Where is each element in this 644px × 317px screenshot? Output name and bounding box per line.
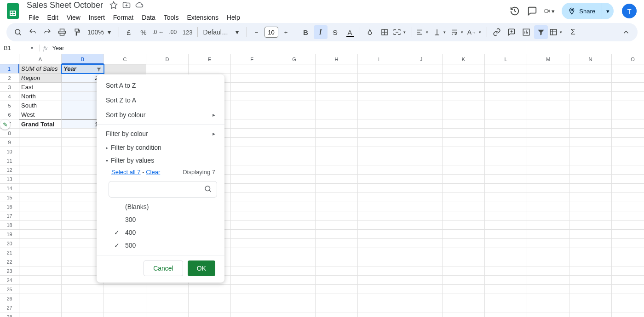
- cell[interactable]: [19, 156, 62, 165]
- column-headers[interactable]: ABCDEFGHIJKLMNO: [19, 54, 644, 64]
- cell[interactable]: [231, 110, 273, 119]
- cell[interactable]: [231, 257, 273, 266]
- select-all-link[interactable]: Select all 7: [111, 169, 141, 175]
- cell[interactable]: [527, 312, 569, 317]
- cell[interactable]: [400, 147, 443, 156]
- cell[interactable]: [19, 165, 62, 175]
- cell[interactable]: [19, 285, 62, 294]
- cell[interactable]: [527, 138, 569, 147]
- cell[interactable]: [527, 202, 569, 211]
- cell[interactable]: [316, 294, 358, 303]
- cell[interactable]: [527, 230, 569, 239]
- filter-by-colour[interactable]: Filter by colour▸: [97, 126, 224, 141]
- column-header[interactable]: A: [19, 54, 62, 64]
- cell[interactable]: [400, 74, 443, 83]
- cell[interactable]: [273, 74, 316, 83]
- cell[interactable]: [273, 285, 316, 294]
- cell[interactable]: [358, 64, 400, 74]
- cell[interactable]: [443, 211, 485, 221]
- cell[interactable]: [316, 101, 358, 110]
- row-header[interactable]: 20: [0, 239, 19, 248]
- cell[interactable]: [231, 92, 273, 101]
- cell[interactable]: [231, 294, 273, 303]
- increase-decimal-icon[interactable]: .00: [166, 25, 180, 39]
- cell[interactable]: [273, 230, 316, 239]
- cell[interactable]: [569, 239, 612, 248]
- cell[interactable]: [400, 312, 443, 317]
- cell[interactable]: [358, 184, 400, 193]
- cell[interactable]: West: [19, 110, 62, 119]
- cell[interactable]: [358, 92, 400, 101]
- cell[interactable]: [104, 312, 146, 317]
- cell[interactable]: [400, 138, 443, 147]
- cancel-button[interactable]: Cancel: [144, 260, 183, 276]
- cell[interactable]: [146, 285, 189, 294]
- row-header[interactable]: 11: [0, 156, 19, 165]
- text-rotation-button[interactable]: A→▾: [467, 25, 484, 39]
- horizontal-align-button[interactable]: ▾: [415, 25, 431, 39]
- cell[interactable]: [443, 92, 485, 101]
- cell[interactable]: [527, 101, 569, 110]
- row-header[interactable]: 26: [0, 294, 19, 303]
- cell[interactable]: [62, 294, 104, 303]
- cell[interactable]: [231, 285, 273, 294]
- percent-button[interactable]: %: [137, 25, 150, 39]
- menu-insert[interactable]: Insert: [85, 12, 109, 23]
- cell[interactable]: [485, 184, 527, 193]
- paint-format-icon[interactable]: [70, 25, 84, 39]
- cell[interactable]: [569, 285, 612, 294]
- cell[interactable]: [485, 147, 527, 156]
- cell[interactable]: [400, 184, 443, 193]
- filter-values-list[interactable]: (Blanks)300✓400✓500: [109, 200, 218, 252]
- cell[interactable]: [612, 175, 644, 184]
- cell[interactable]: [612, 248, 644, 257]
- cell[interactable]: [527, 193, 569, 202]
- row-header[interactable]: 9: [0, 138, 19, 147]
- cell[interactable]: [485, 165, 527, 175]
- cell[interactable]: [19, 184, 62, 193]
- cell[interactable]: [612, 294, 644, 303]
- cell[interactable]: [569, 312, 612, 317]
- cell[interactable]: [612, 165, 644, 175]
- cell[interactable]: [358, 276, 400, 285]
- cell[interactable]: [231, 239, 273, 248]
- cell[interactable]: [189, 303, 231, 312]
- cell[interactable]: [569, 202, 612, 211]
- zoom-dropdown[interactable]: 100%▾: [85, 28, 116, 36]
- cell[interactable]: [443, 175, 485, 184]
- column-header[interactable]: G: [273, 54, 316, 64]
- row-header[interactable]: 6: [0, 110, 19, 119]
- cell[interactable]: [358, 101, 400, 110]
- cell[interactable]: [485, 230, 527, 239]
- cell[interactable]: [316, 312, 358, 317]
- cell[interactable]: [358, 129, 400, 138]
- cell[interactable]: [19, 129, 62, 138]
- sort-a-to-z[interactable]: Sort A to Z: [97, 78, 224, 93]
- column-header[interactable]: K: [443, 54, 485, 64]
- cell[interactable]: [527, 276, 569, 285]
- cell[interactable]: [189, 285, 231, 294]
- cell[interactable]: [62, 303, 104, 312]
- cell[interactable]: [400, 129, 443, 138]
- column-header[interactable]: N: [569, 54, 612, 64]
- menu-data[interactable]: Data: [138, 12, 159, 23]
- strikethrough-button[interactable]: S: [328, 25, 342, 39]
- cell[interactable]: [612, 147, 644, 156]
- meet-icon[interactable]: ▾: [544, 6, 555, 17]
- filter-value-item[interactable]: 300: [109, 213, 216, 226]
- cell[interactable]: [19, 266, 62, 276]
- cell[interactable]: [527, 266, 569, 276]
- cell[interactable]: [527, 303, 569, 312]
- cell[interactable]: [612, 211, 644, 221]
- undo-icon[interactable]: [26, 25, 40, 39]
- cell[interactable]: [231, 303, 273, 312]
- cell[interactable]: SUM of Sales: [19, 64, 62, 74]
- move-icon[interactable]: [122, 1, 131, 9]
- cell[interactable]: [316, 64, 358, 74]
- cell[interactable]: [443, 110, 485, 119]
- column-header[interactable]: M: [527, 54, 569, 64]
- cell[interactable]: [612, 119, 644, 129]
- cell[interactable]: [485, 193, 527, 202]
- cell[interactable]: [569, 101, 612, 110]
- cell[interactable]: [231, 193, 273, 202]
